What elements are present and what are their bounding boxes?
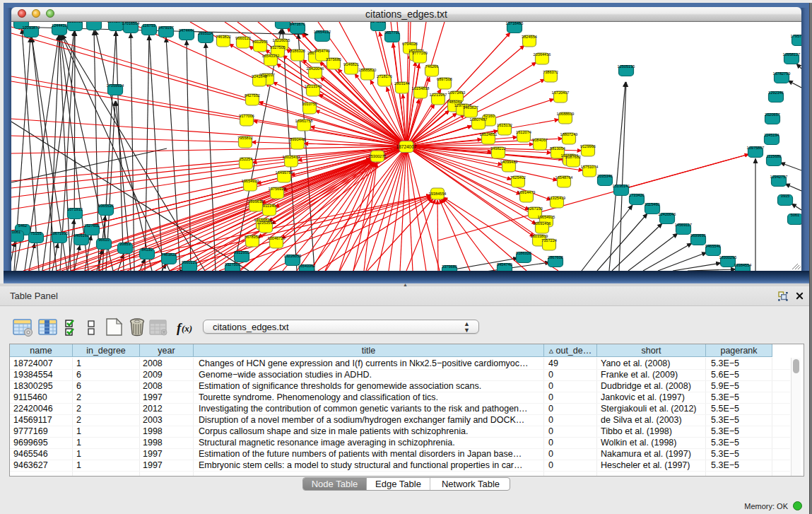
svg-text:12353594: 12353594 [257, 221, 275, 225]
svg-text:9660123: 9660123 [182, 260, 197, 264]
svg-text:3498222: 3498222 [490, 146, 506, 151]
svg-text:18807249: 18807249 [560, 132, 578, 136]
svg-text:7955812: 7955812 [237, 136, 253, 140]
svg-text:2935114: 2935114 [198, 31, 213, 35]
svg-text:9146821: 9146821 [343, 62, 359, 66]
svg-text:2867608: 2867608 [548, 255, 563, 259]
svg-text:9327505: 9327505 [225, 262, 240, 267]
svg-text:75155: 75155 [30, 231, 42, 235]
svg-text:12213349: 12213349 [305, 84, 322, 88]
svg-text:16961758: 16961758 [295, 119, 313, 123]
svg-text:7625402: 7625402 [510, 175, 526, 180]
svg-text:23420046: 23420046 [307, 66, 324, 71]
svg-text:1010755: 1010755 [302, 102, 317, 106]
svg-text:9465546: 9465546 [705, 244, 721, 248]
svg-text:2020657: 2020657 [765, 112, 780, 117]
svg-text:19654925: 19654925 [538, 215, 555, 219]
svg-text:9474444: 9474444 [179, 28, 194, 33]
svg-text:22420046: 22420046 [659, 212, 676, 216]
svg-text:9657791: 9657791 [384, 30, 400, 35]
svg-text:10975867: 10975867 [747, 146, 765, 150]
svg-text:10025433: 10025433 [283, 155, 300, 159]
svg-text:9777169: 9777169 [412, 51, 428, 55]
svg-text:13226055: 13226055 [284, 254, 302, 258]
svg-text:1612074: 1612074 [516, 130, 531, 134]
svg-text:1244419: 1244419 [52, 23, 67, 28]
svg-text:1061: 1061 [12, 230, 20, 234]
svg-text:3375685: 3375685 [326, 57, 341, 62]
svg-text:9463627: 9463627 [463, 105, 478, 110]
svg-text:3824554: 3824554 [522, 35, 537, 39]
svg-text:7357224: 7357224 [541, 238, 557, 243]
svg-text:3915: 3915 [781, 194, 789, 198]
svg-text:911340: 911340 [263, 204, 276, 208]
svg-text:19756928: 19756928 [269, 187, 286, 191]
svg-text:12942757: 12942757 [770, 175, 788, 179]
svg-text:5061: 5061 [791, 213, 799, 217]
svg-text:2718176: 2718176 [377, 74, 392, 78]
svg-text:19384554: 19384554 [734, 263, 752, 267]
svg-text:7463822: 7463822 [216, 35, 231, 39]
svg-text:20853: 20853 [119, 242, 131, 246]
svg-text:16495759: 16495759 [276, 170, 293, 175]
svg-text:1071913: 1071913 [67, 207, 83, 211]
svg-text:15136141: 15136141 [613, 184, 630, 188]
svg-text:9699695: 9699695 [690, 233, 706, 238]
svg-text:8186328: 8186328 [516, 251, 531, 255]
svg-text:16782759: 16782759 [773, 71, 791, 76]
svg-text:20691406: 20691406 [534, 221, 551, 226]
svg-text:15751074: 15751074 [581, 165, 599, 169]
svg-text:9327505: 9327505 [270, 45, 286, 49]
svg-text:8813054: 8813054 [550, 146, 565, 151]
svg-text:10807487: 10807487 [470, 117, 488, 122]
svg-text:14099489: 14099489 [500, 160, 518, 164]
svg-text:12093873: 12093873 [23, 25, 40, 30]
svg-text:9242848: 9242848 [252, 74, 267, 78]
svg-text:10688609: 10688609 [557, 112, 575, 116]
svg-text:9084067: 9084067 [532, 138, 548, 142]
svg-text:20364436: 20364436 [534, 52, 551, 57]
svg-text:25300275: 25300275 [369, 154, 387, 158]
svg-text:2803144: 2803144 [394, 81, 410, 86]
svg-text:11325419: 11325419 [548, 196, 565, 200]
svg-text:8990448: 8990448 [290, 137, 305, 141]
svg-text:10671935: 10671935 [51, 231, 69, 235]
svg-text:9245652: 9245652 [370, 22, 386, 23]
svg-text:8912955: 8912955 [252, 40, 268, 44]
svg-text:16548764: 16548764 [555, 175, 573, 180]
svg-text:9660123: 9660123 [235, 36, 251, 40]
svg-text:2035346: 2035346 [597, 174, 613, 178]
svg-text:8267150: 8267150 [527, 206, 543, 211]
svg-text:16543362: 16543362 [262, 54, 280, 58]
svg-text:10958127: 10958127 [783, 52, 801, 57]
svg-text:18724007: 18724007 [396, 144, 417, 149]
svg-text:252254: 252254 [240, 157, 253, 161]
svg-text:10973493: 10973493 [448, 90, 466, 95]
svg-text:84130: 84130 [141, 247, 153, 252]
svg-text:1145194: 1145194 [764, 133, 779, 137]
svg-text:6897508: 6897508 [437, 77, 452, 81]
svg-text:17016504: 17016504 [122, 22, 140, 25]
svg-text:15720407: 15720407 [552, 90, 570, 95]
svg-text:10654112: 10654112 [314, 30, 331, 34]
svg-text:9899635: 9899635 [248, 199, 264, 204]
svg-text:116753: 116753 [143, 23, 155, 28]
svg-text:13226055: 13226055 [273, 38, 290, 42]
svg-text:1527602: 1527602 [84, 223, 100, 228]
svg-text:9115460: 9115460 [645, 202, 659, 206]
svg-text:12505135: 12505135 [618, 64, 635, 69]
svg-text:2087682: 2087682 [565, 155, 581, 159]
svg-text:(x): (x) [182, 323, 192, 334]
svg-text:746266: 746266 [425, 64, 439, 69]
svg-text:7386372: 7386372 [543, 70, 558, 74]
svg-text:19654923: 19654923 [242, 179, 259, 183]
svg-text:18300295: 18300295 [719, 255, 737, 259]
svg-text:1065526: 1065526 [98, 204, 114, 208]
svg-text:8678352: 8678352 [245, 235, 260, 239]
svg-text:1733426: 1733426 [629, 193, 645, 197]
svg-text:8471676: 8471676 [290, 22, 305, 26]
svg-text:8912955: 8912955 [234, 250, 249, 255]
svg-text:10046726: 10046726 [268, 236, 286, 240]
svg-text:7463822: 7463822 [161, 252, 177, 257]
svg-text:6794028: 6794028 [402, 42, 418, 46]
